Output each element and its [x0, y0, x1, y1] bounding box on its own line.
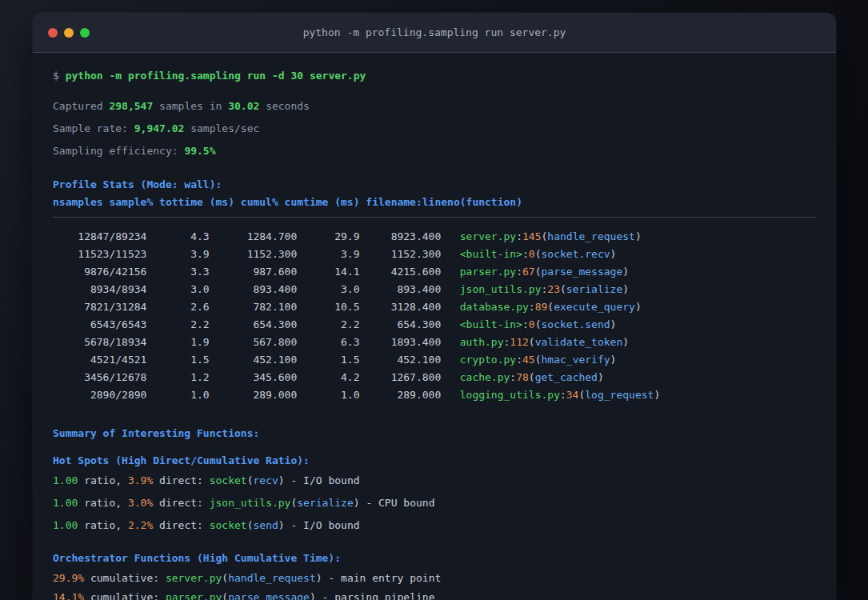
text-segment: parse_message	[228, 591, 310, 600]
text-segment: 78	[516, 371, 529, 383]
profile-table-row: 6543/6543 2.2 654.300 2.2 654.300 <built…	[53, 316, 815, 334]
maximize-button[interactable]	[80, 28, 90, 38]
text-segment: hmac_verify	[542, 354, 610, 366]
prompt-symbol: $	[53, 70, 66, 82]
text-segment: (	[247, 519, 254, 531]
text-segment: (	[535, 318, 542, 330]
captured-duration-value: 30.02	[228, 100, 259, 112]
text-segment: 12847/89234 4.3 1284.700 29.9 8923.400	[53, 230, 460, 242]
orchestrator-item: 29.9% cumulative: server.py(handle_reque…	[53, 569, 815, 588]
text-segment: (	[535, 354, 542, 366]
text-segment: 89	[535, 301, 548, 313]
text-segment: 2890/2890 1.0 289.000 1.0 289.000	[53, 389, 460, 401]
text-segment: socket	[210, 519, 247, 531]
text-segment: socket	[210, 474, 247, 486]
text-segment: )	[654, 389, 660, 401]
text-segment: )	[610, 354, 617, 366]
profile-table-row: 11523/11523 3.9 1152.300 3.9 1152.300 <b…	[53, 246, 815, 263]
text-segment: )	[598, 371, 604, 383]
text-segment: cache.py	[460, 371, 510, 383]
text-segment: <built-in>	[460, 318, 522, 330]
text-segment: server.py	[166, 572, 222, 584]
captured-samples-value: 298,547	[109, 100, 153, 112]
minimize-button[interactable]	[64, 28, 74, 38]
terminal-body: $ python -m profiling.sampling run -d 30…	[33, 53, 836, 600]
table-divider	[53, 217, 815, 218]
hot-spot-item: 1.00 ratio, 3.0% direct: json_utils.py(s…	[53, 492, 815, 514]
text-segment: send	[254, 519, 278, 531]
text-segment: :	[510, 371, 516, 383]
captured-suffix-label: seconds	[259, 100, 310, 112]
text-segment: ) - parsing pipeline	[310, 591, 435, 600]
text-segment: (	[529, 371, 535, 383]
text-segment: serialize	[566, 283, 622, 295]
text-segment: handle_request	[547, 230, 635, 242]
profile-columns-header: nsamples sample% tottime (ms) cumul% cum…	[53, 194, 815, 210]
hot-spot-item: 1.00 ratio, 2.2% direct: socket(send) - …	[53, 514, 815, 537]
text-segment: )	[622, 336, 629, 348]
text-segment: 3.9%	[128, 474, 153, 486]
text-segment: ratio,	[78, 474, 128, 486]
text-segment: )	[635, 301, 642, 313]
text-segment: 4521/4521 1.5 452.100 1.5 452.100	[53, 354, 460, 366]
text-segment: 9876/42156 3.3 987.600 14.1 4215.600	[53, 266, 460, 278]
text-segment: 1.00	[53, 519, 78, 531]
text-segment: (	[529, 336, 535, 348]
profile-table-row: 2890/2890 1.0 289.000 1.0 289.000 loggin…	[53, 386, 815, 404]
command-text: python -m profiling.sampling run -d 30 s…	[66, 70, 366, 82]
text-segment: get_cached	[535, 371, 598, 383]
text-segment: )	[610, 248, 617, 260]
text-segment: 29.9%	[53, 572, 84, 584]
text-segment: validate_token	[535, 336, 623, 348]
text-segment: 2.2%	[128, 519, 153, 531]
text-segment: log_request	[585, 389, 654, 401]
text-segment: 3.0%	[128, 497, 153, 509]
text-segment: direct:	[153, 519, 209, 531]
text-segment: 11523/11523 3.9 1152.300 3.9 1152.300	[53, 248, 460, 260]
captured-mid-label: samples in	[153, 100, 228, 112]
text-segment: 1.00	[53, 474, 78, 486]
summary-heading: Summary of Interesting Functions:	[53, 426, 815, 442]
orchestrator-item: 14.1% cumulative: parser.py(parse_messag…	[53, 588, 815, 600]
text-segment: logging_utils.py	[460, 389, 560, 401]
terminal-window: python -m profiling.sampling run server.…	[33, 13, 836, 600]
text-segment: recv	[254, 474, 278, 486]
text-segment: (	[247, 474, 254, 486]
window-title: python -m profiling.sampling run server.…	[90, 26, 779, 38]
text-segment: 34	[566, 389, 579, 401]
text-segment: parser.py	[460, 266, 516, 278]
efficiency-value: 99.5%	[184, 145, 215, 157]
sample-rate-line: Sample rate: 9,947.02 samples/sec	[53, 121, 815, 137]
text-segment: handle_request	[228, 572, 316, 584]
text-segment: )	[610, 318, 617, 330]
text-segment: (	[222, 591, 228, 600]
profile-table-row: 4521/4521 1.5 452.100 1.5 452.100 crypto…	[53, 351, 815, 369]
text-segment: parse_message	[542, 266, 623, 278]
text-segment: 1.00	[53, 497, 78, 509]
text-segment: json_utils.py	[210, 497, 291, 509]
text-segment: ) - I/O bound	[278, 474, 360, 486]
text-segment: (	[222, 572, 228, 584]
text-segment: cumulative:	[84, 591, 166, 600]
text-segment: :	[522, 318, 529, 330]
profile-table-row: 8934/8934 3.0 893.400 3.0 893.400 json_u…	[53, 281, 815, 298]
text-segment: direct:	[153, 474, 209, 486]
text-segment: 23	[547, 283, 560, 295]
text-segment: 3456/12678 1.2 345.600 4.2 1267.800	[53, 371, 460, 383]
text-segment: (	[547, 301, 554, 313]
text-segment: parser.py	[166, 591, 222, 600]
text-segment: crypto.py	[460, 354, 516, 366]
text-segment: json_utils.py	[460, 283, 542, 295]
text-segment: 8934/8934 3.0 893.400 3.0 893.400	[53, 283, 460, 295]
close-button[interactable]	[48, 28, 58, 38]
profile-table-row: 12847/89234 4.3 1284.700 29.9 8923.400 s…	[53, 228, 815, 246]
text-segment: server.py	[460, 230, 516, 242]
text-segment: :	[522, 248, 529, 260]
text-segment: 0	[529, 318, 535, 330]
text-segment: database.py	[460, 301, 529, 313]
text-segment: 6543/6543 2.2 654.300 2.2 654.300	[53, 318, 460, 330]
window-controls	[48, 28, 90, 38]
sample-rate-label: Sample rate:	[53, 122, 134, 134]
text-segment: (	[535, 248, 542, 260]
profile-table-row: 9876/42156 3.3 987.600 14.1 4215.600 par…	[53, 263, 815, 281]
